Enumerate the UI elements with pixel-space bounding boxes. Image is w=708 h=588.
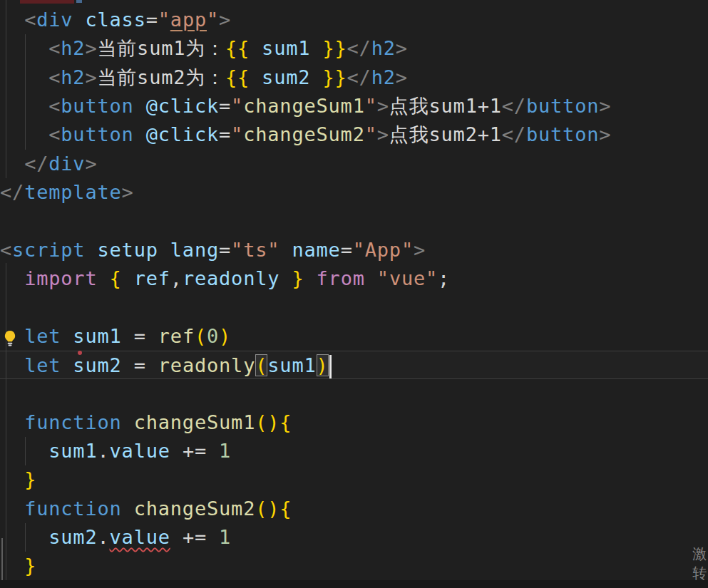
- code-line[interactable]: </div>: [0, 150, 708, 178]
- code-token: [0, 497, 24, 520]
- code-editor[interactable]: <div class="app"> <h2>当前sum1为：{{ sum1 }}…: [0, 0, 708, 588]
- code-token: class: [85, 9, 145, 31]
- code-token: button: [526, 123, 599, 145]
- code-token: let: [24, 354, 61, 376]
- code-token: [134, 95, 146, 117]
- code-token: ": [231, 95, 243, 117]
- code-token: lang: [170, 239, 219, 261]
- code-token: [304, 267, 316, 289]
- code-token: {: [279, 411, 292, 433]
- code-token: <: [48, 37, 61, 59]
- watermark-char: 激: [692, 545, 707, 564]
- code-line[interactable]: [0, 207, 708, 235]
- code-line[interactable]: <button @click="changeSum1">点我sum1+1</bu…: [0, 92, 708, 120]
- code-token: [0, 37, 48, 59]
- code-token: sum2: [48, 526, 97, 548]
- code-token: 1: [219, 526, 231, 548]
- code-token: [97, 267, 109, 289]
- code-line[interactable]: <h2>当前sum2为：{{ sum2 }}</h2>: [0, 63, 708, 92]
- code-token: sum1: [73, 325, 121, 347]
- code-token: "vue": [377, 267, 438, 289]
- code-line[interactable]: <script setup lang="ts" name="App">: [0, 236, 708, 264]
- code-token: sum1: [262, 37, 310, 59]
- code-line[interactable]: let sum1 = ref(0): [0, 322, 708, 351]
- code-token: ref: [158, 325, 195, 347]
- code-token: div: [48, 153, 85, 175]
- code-token: [122, 497, 134, 520]
- code-token: [279, 267, 292, 289]
- code-token: [0, 354, 24, 376]
- code-token: [122, 267, 134, 289]
- clipped-line-artifact-red: [20, 0, 74, 4]
- code-token: ref: [134, 267, 170, 289]
- code-token: sum2: [73, 354, 121, 376]
- code-token: >: [599, 123, 611, 145]
- code-token: [170, 526, 183, 548]
- code-token: let: [24, 325, 61, 347]
- code-token: </: [502, 123, 526, 145]
- watermark-char: 转: [692, 564, 707, 583]
- code-token: ): [219, 325, 231, 347]
- code-token: name: [292, 239, 340, 261]
- code-token: >: [122, 181, 134, 203]
- code-token: }: [24, 555, 36, 577]
- code-token: {: [110, 267, 122, 289]
- code-token: value: [110, 440, 170, 462]
- code-token: .: [97, 526, 109, 548]
- code-token: [250, 37, 262, 59]
- code-line[interactable]: <button @click="changeSum2">点我sum2+1</bu…: [0, 120, 708, 149]
- code-token: h2: [61, 37, 85, 59]
- code-token: =: [219, 123, 231, 145]
- code-line[interactable]: function changeSum2(){: [0, 495, 708, 523]
- code-token: 0: [207, 325, 219, 347]
- code-token: }}: [322, 66, 347, 88]
- code-line-current[interactable]: let sum2 = readonly(sum1): [0, 351, 708, 379]
- code-token: function: [24, 411, 121, 433]
- code-line[interactable]: import { ref,readonly } from "vue";: [0, 264, 708, 293]
- code-line[interactable]: }: [0, 552, 708, 580]
- code-token: 当前sum1为：: [97, 37, 225, 59]
- code-token: "ts": [231, 239, 279, 261]
- code-token: "App": [353, 239, 414, 261]
- code-token: import: [24, 267, 97, 289]
- code-token: changeSum2: [134, 497, 256, 520]
- code-line[interactable]: </template>: [0, 178, 708, 207]
- code-token: </: [0, 181, 24, 203]
- code-token: function: [24, 497, 121, 520]
- code-token: >: [377, 95, 389, 117]
- code-token: readonly: [158, 354, 255, 376]
- code-line[interactable]: sum2.value += 1: [0, 523, 708, 552]
- code-line[interactable]: <h2>当前sum1为：{{ sum1 }}</h2>: [0, 34, 708, 63]
- code-token: [134, 123, 146, 145]
- code-token: changeSum2: [243, 123, 365, 145]
- code-token: [61, 354, 73, 376]
- code-line[interactable]: <div class="app">: [0, 6, 708, 34]
- code-token: <: [0, 239, 12, 261]
- code-token: app: [170, 9, 207, 31]
- code-line[interactable]: }: [0, 465, 708, 494]
- code-token: script: [12, 239, 85, 261]
- lightbulb-icon[interactable]: [1, 327, 19, 346]
- code-token: (: [255, 411, 267, 433]
- code-line[interactable]: sum1.value += 1: [0, 437, 708, 465]
- code-token: button: [61, 123, 133, 145]
- code-token: [0, 555, 24, 577]
- code-token: ;: [438, 267, 450, 289]
- code-token: [0, 526, 48, 548]
- code-line[interactable]: function changeSum1(){: [0, 408, 708, 437]
- code-line[interactable]: [0, 379, 708, 408]
- code-token: 点我sum1+1: [389, 95, 502, 117]
- code-token: [73, 9, 85, 31]
- code-token: ): [267, 497, 279, 520]
- code-token: {{: [225, 66, 250, 88]
- code-token: [170, 440, 183, 462]
- code-token: [0, 267, 24, 289]
- code-line[interactable]: [0, 293, 708, 321]
- code-token: [250, 66, 262, 88]
- code-token: >: [85, 37, 97, 59]
- code-token: ): [267, 411, 279, 433]
- code-token: [146, 325, 158, 347]
- code-token: ": [365, 123, 377, 145]
- code-token: (: [255, 354, 267, 376]
- code-token: >: [85, 153, 97, 175]
